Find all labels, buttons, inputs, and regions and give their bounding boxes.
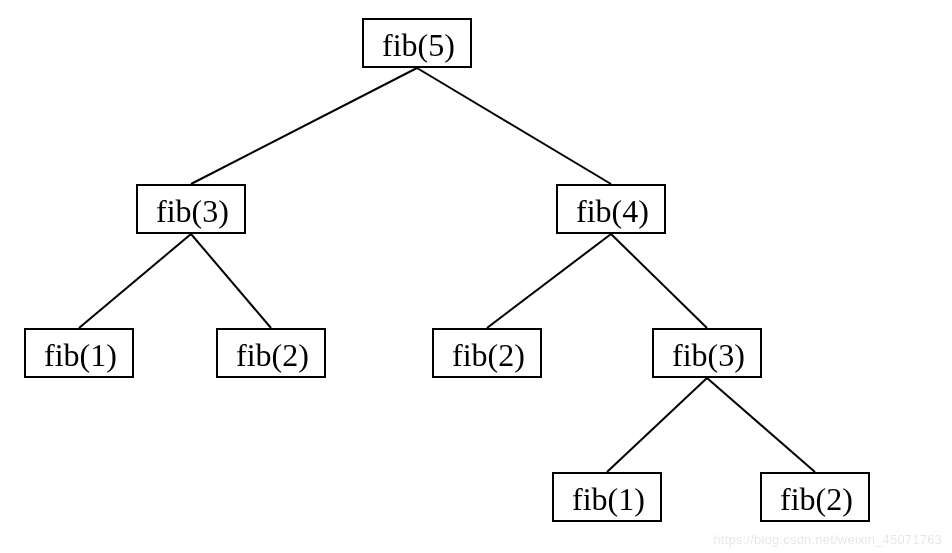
svg-line-7 xyxy=(707,378,815,472)
node-rr: fib(3) xyxy=(652,328,762,378)
node-rrr: fib(2) xyxy=(760,472,870,522)
node-lr: fib(2) xyxy=(216,328,326,378)
node-l: fib(3) xyxy=(136,184,246,234)
svg-line-2 xyxy=(79,234,191,328)
watermark-text: https://blog.csdn.net/weixin_45071763 xyxy=(713,532,942,547)
node-rrl: fib(1) xyxy=(552,472,662,522)
node-rl: fib(2) xyxy=(432,328,542,378)
node-root: fib(5) xyxy=(362,18,472,68)
node-ll: fib(1) xyxy=(24,328,134,378)
svg-line-6 xyxy=(607,378,707,472)
node-r: fib(4) xyxy=(556,184,666,234)
svg-line-5 xyxy=(611,234,707,328)
svg-line-4 xyxy=(487,234,611,328)
tree-edges xyxy=(0,0,952,553)
svg-line-0 xyxy=(191,68,417,184)
svg-line-1 xyxy=(417,68,611,184)
svg-line-3 xyxy=(191,234,271,328)
